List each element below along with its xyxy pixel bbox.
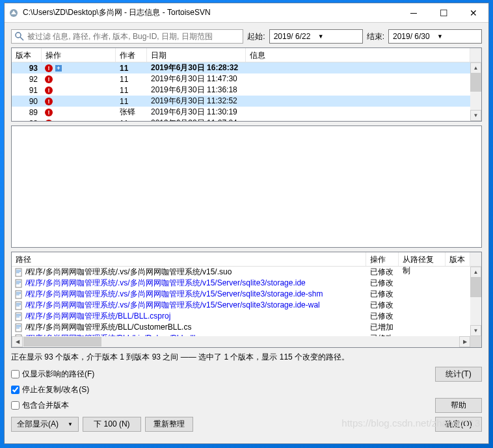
revision-row[interactable]: 89!张铎2019年6月30日 11:30:19 — [12, 107, 470, 118]
svg-line-2 — [20, 37, 23, 40]
message-panel[interactable] — [11, 125, 482, 248]
col-header-message[interactable]: 信息 — [246, 48, 470, 62]
svg-rect-36 — [16, 317, 20, 317]
svg-rect-22 — [16, 281, 21, 282]
path-row[interactable]: /程序/多尚网网咖管理系统/.vs/多尚网网咖管理系统/v15/Server/s… — [12, 278, 470, 289]
svg-rect-38 — [16, 325, 21, 326]
svg-text:+: + — [57, 65, 60, 72]
end-date-picker[interactable]: 2019/ 6/30 ▼ — [388, 29, 482, 44]
svg-text:!: ! — [48, 109, 50, 116]
checkbox-include-merged[interactable]: 包含合并版本 — [11, 400, 69, 411]
svg-text:!: ! — [48, 98, 50, 105]
end-date-label: 结束: — [367, 31, 384, 42]
app-window: C:\Users\ZD\Desktop\多尚网 - 日志信息 - Tortois… — [4, 3, 489, 444]
revision-scrollbar[interactable]: ▲ ▼ — [470, 62, 481, 121]
path-row[interactable]: /程序/多尚网网咖管理系统/.vs/多尚网网咖管理系统/v15/Server/s… — [12, 289, 470, 300]
svg-rect-28 — [16, 295, 20, 295]
svg-text:!: ! — [48, 76, 50, 83]
revision-row[interactable]: 91!112019年6月30日 11:36:18 — [12, 85, 470, 96]
svg-rect-30 — [16, 303, 21, 304]
svg-rect-31 — [16, 304, 21, 305]
path-row[interactable]: /程序/多尚网网咖管理系统/.vs/多尚网网咖管理系统/v15/Server/s… — [12, 300, 470, 311]
search-box[interactable] — [11, 29, 243, 44]
chevron-down-icon: ▼ — [437, 33, 479, 40]
scroll-down-icon[interactable]: ▼ — [470, 325, 481, 336]
filter-row: 起始: 2019/ 6/22 ▼ 结束: 2019/ 6/30 ▼ — [11, 29, 482, 44]
col-header-copyfrom[interactable]: 从路径复制 — [399, 252, 446, 266]
close-button[interactable]: ✕ — [459, 3, 488, 23]
chevron-down-icon: ▼ — [68, 421, 73, 427]
svg-text:!: ! — [48, 65, 50, 72]
changed-paths-list: 路径 操作 从路径复制 版本 /程序/多尚网网咖管理系统/.vs/多尚网网咖管理… — [11, 252, 482, 348]
ok-button[interactable]: 确定(O) — [435, 417, 482, 432]
revision-row[interactable]: 88!112019年6月30日 11:27:04 — [12, 118, 470, 121]
col-header-author[interactable]: 作者 — [116, 48, 147, 62]
path-row[interactable]: /程序/多尚网网咖管理系统/BLL/CustomerBLL.cs已增加 — [12, 322, 470, 333]
svg-rect-24 — [16, 283, 20, 284]
chevron-down-icon: ▼ — [318, 33, 360, 40]
options-area: 仅显示影响的路径(F) 统计(T) 停止在复制/改名(S) 包含合并版本 帮助 — [11, 367, 482, 413]
col-header-revision[interactable]: 版本 — [12, 48, 42, 62]
next-100-button[interactable]: 下 100 (N) — [83, 417, 141, 432]
checkbox-stop-on-copy[interactable]: 停止在复制/改名(S) — [11, 384, 89, 395]
col-header-date[interactable]: 日期 — [147, 48, 246, 62]
scroll-up-icon[interactable]: ▲ — [470, 62, 481, 73]
scroll-thumb[interactable] — [23, 337, 101, 347]
maximize-button[interactable]: ☐ — [429, 3, 459, 23]
svg-rect-35 — [16, 315, 21, 316]
paths-header: 路径 操作 从路径复制 版本 — [12, 252, 481, 267]
window-title: C:\Users\ZD\Desktop\多尚网 - 日志信息 - Tortois… — [23, 7, 399, 18]
scroll-thumb[interactable] — [470, 73, 481, 92]
help-button[interactable]: 帮助 — [435, 398, 482, 413]
revision-row[interactable]: 93!+112019年6月30日 16:28:32 — [12, 62, 470, 73]
checkbox-affected-paths[interactable]: 仅显示影响的路径(F) — [11, 369, 94, 380]
scroll-down-icon[interactable]: ▼ — [470, 110, 481, 121]
minimize-button[interactable]: ─ — [399, 3, 429, 23]
svg-rect-34 — [16, 314, 21, 315]
revision-list-header: 版本 操作 作者 日期 信息 — [12, 48, 481, 62]
start-date-picker[interactable]: 2019/ 6/22 ▼ — [269, 29, 363, 44]
svg-rect-32 — [16, 306, 20, 306]
search-icon — [14, 31, 25, 42]
revision-list: 版本 操作 作者 日期 信息 93!+112019年6月30日 16:28:32… — [11, 47, 482, 122]
paths-v-scrollbar[interactable]: ▲ ▼ — [470, 267, 481, 336]
scroll-right-icon[interactable]: ▶ — [459, 336, 470, 347]
refresh-button[interactable]: 重新整理 — [145, 417, 193, 432]
scroll-up-icon[interactable]: ▲ — [470, 267, 481, 278]
start-date-label: 起始: — [247, 31, 265, 42]
svg-text:!: ! — [48, 120, 50, 122]
svg-point-1 — [16, 33, 21, 38]
revision-row[interactable]: 90!112019年6月30日 11:32:52 — [12, 96, 470, 107]
search-input[interactable] — [27, 32, 240, 41]
path-row[interactable]: /程序/多尚网网咖管理系统/BLL/BLL.csproj已修改 — [12, 311, 470, 322]
titlebar: C:\Users\ZD\Desktop\多尚网 - 日志信息 - Tortois… — [5, 3, 488, 23]
col-header-path[interactable]: 路径 — [12, 252, 366, 266]
status-text: 正在显示 93 个版本，介于版本 1 到版本 93 之间 —— 选中了 1 个版… — [11, 352, 482, 363]
revision-row[interactable]: 92!112019年6月30日 11:47:30 — [12, 73, 470, 85]
svg-rect-26 — [16, 292, 21, 293]
show-all-button[interactable]: 全部显示(A) ▼ — [11, 417, 79, 432]
svg-rect-23 — [16, 282, 21, 283]
app-icon — [8, 8, 19, 18]
content-area: 起始: 2019/ 6/22 ▼ 结束: 2019/ 6/30 ▼ 版本 操作 … — [5, 23, 488, 443]
col-header-rev[interactable]: 版本 — [446, 252, 470, 266]
stats-button[interactable]: 统计(T) — [435, 367, 482, 382]
svg-rect-20 — [16, 272, 20, 273]
bottom-buttons: 全部显示(A) ▼ 下 100 (N) 重新整理 确定(O) — [11, 417, 482, 432]
scroll-thumb[interactable] — [470, 278, 481, 297]
svg-rect-19 — [16, 271, 21, 272]
col-header-action[interactable]: 操作 — [366, 252, 399, 266]
col-header-action[interactable]: 操作 — [42, 48, 116, 62]
svg-rect-18 — [16, 270, 21, 270]
svg-rect-40 — [16, 328, 20, 328]
paths-h-scrollbar[interactable]: ◀ ▶ — [12, 336, 481, 347]
path-row[interactable]: /程序/多尚网网咖管理系统/.vs/多尚网网咖管理系统/v15/.suo已修改 — [12, 267, 470, 278]
window-controls: ─ ☐ ✕ — [399, 3, 488, 23]
svg-rect-39 — [16, 326, 21, 327]
scroll-left-icon[interactable]: ◀ — [12, 336, 23, 347]
svg-rect-27 — [16, 293, 21, 294]
svg-text:!: ! — [48, 87, 50, 94]
